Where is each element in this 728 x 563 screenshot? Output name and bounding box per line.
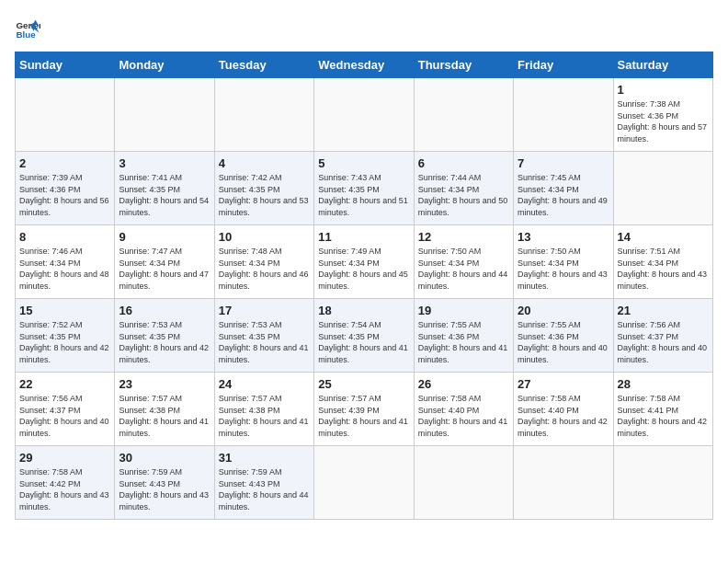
cell-info: Sunrise: 7:59 AMSunset: 4:43 PMDaylight:… <box>219 467 309 511</box>
calendar-cell: 11 Sunrise: 7:49 AMSunset: 4:34 PMDaylig… <box>314 225 414 299</box>
calendar-cell: 12 Sunrise: 7:50 AMSunset: 4:34 PMDaylig… <box>414 225 513 299</box>
logo: General Blue <box>15 15 40 40</box>
header-row: SundayMondayTuesdayWednesdayThursdayFrid… <box>16 52 713 78</box>
cell-info: Sunrise: 7:59 AMSunset: 4:43 PMDaylight:… <box>119 467 209 511</box>
cell-info: Sunrise: 7:58 AMSunset: 4:40 PMDaylight:… <box>518 394 608 438</box>
calendar-row: 22 Sunrise: 7:56 AMSunset: 4:37 PMDaylig… <box>16 373 713 446</box>
calendar-cell: 20 Sunrise: 7:55 AMSunset: 4:36 PMDaylig… <box>514 299 613 373</box>
calendar-row: 15 Sunrise: 7:52 AMSunset: 4:35 PMDaylig… <box>16 299 713 373</box>
calendar-cell: 18 Sunrise: 7:54 AMSunset: 4:35 PMDaylig… <box>314 299 414 373</box>
calendar-row: 8 Sunrise: 7:46 AMSunset: 4:34 PMDayligh… <box>16 225 713 299</box>
cell-info: Sunrise: 7:44 AMSunset: 4:34 PMDaylight:… <box>418 173 508 217</box>
day-number: 8 <box>19 230 110 244</box>
cell-info: Sunrise: 7:57 AMSunset: 4:39 PMDaylight:… <box>318 394 408 438</box>
weekday-header: Friday <box>514 52 613 78</box>
header: General Blue <box>15 15 713 40</box>
cell-info: Sunrise: 7:46 AMSunset: 4:34 PMDaylight:… <box>19 247 109 291</box>
day-number: 24 <box>219 377 310 391</box>
logo-icon: General Blue <box>15 15 40 40</box>
day-number: 3 <box>119 156 210 170</box>
calendar-cell: 7 Sunrise: 7:45 AMSunset: 4:34 PMDayligh… <box>514 152 613 225</box>
empty-cell <box>414 78 513 152</box>
calendar-cell: 27 Sunrise: 7:58 AMSunset: 4:40 PMDaylig… <box>514 373 613 446</box>
day-number: 27 <box>518 377 609 391</box>
calendar-cell: 17 Sunrise: 7:53 AMSunset: 4:35 PMDaylig… <box>214 299 313 373</box>
cell-info: Sunrise: 7:49 AMSunset: 4:34 PMDaylight:… <box>318 247 408 291</box>
calendar-cell: 30 Sunrise: 7:59 AMSunset: 4:43 PMDaylig… <box>115 446 214 520</box>
cell-info: Sunrise: 7:51 AMSunset: 4:34 PMDaylight:… <box>618 247 708 291</box>
calendar-cell: 23 Sunrise: 7:57 AMSunset: 4:38 PMDaylig… <box>115 373 214 446</box>
day-number: 20 <box>518 304 609 317</box>
day-number: 31 <box>219 451 310 465</box>
empty-cell <box>314 446 414 520</box>
weekday-header: Saturday <box>613 52 712 78</box>
cell-info: Sunrise: 7:58 AMSunset: 4:40 PMDaylight:… <box>418 394 508 438</box>
calendar-row: 2 Sunrise: 7:39 AMSunset: 4:36 PMDayligh… <box>16 152 713 225</box>
calendar-row: 29 Sunrise: 7:58 AMSunset: 4:42 PMDaylig… <box>16 446 713 520</box>
cell-info: Sunrise: 7:53 AMSunset: 4:35 PMDaylight:… <box>119 320 209 364</box>
calendar-cell: 28 Sunrise: 7:58 AMSunset: 4:41 PMDaylig… <box>613 373 712 446</box>
cell-info: Sunrise: 7:39 AMSunset: 4:36 PMDaylight:… <box>19 173 109 217</box>
calendar-cell: 21 Sunrise: 7:56 AMSunset: 4:37 PMDaylig… <box>613 299 712 373</box>
day-number: 21 <box>618 304 709 317</box>
cell-info: Sunrise: 7:58 AMSunset: 4:42 PMDaylight:… <box>19 467 109 511</box>
weekday-header: Monday <box>115 52 214 78</box>
weekday-header: Sunday <box>16 52 115 78</box>
day-number: 18 <box>318 304 409 317</box>
day-number: 25 <box>318 377 409 391</box>
calendar-cell: 6 Sunrise: 7:44 AMSunset: 4:34 PMDayligh… <box>414 152 513 225</box>
day-number: 9 <box>119 230 210 244</box>
day-number: 10 <box>219 230 310 244</box>
empty-cell <box>613 152 712 225</box>
calendar-cell: 16 Sunrise: 7:53 AMSunset: 4:35 PMDaylig… <box>115 299 214 373</box>
weekday-header: Wednesday <box>314 52 414 78</box>
calendar-cell: 24 Sunrise: 7:57 AMSunset: 4:38 PMDaylig… <box>214 373 313 446</box>
empty-cell <box>514 78 613 152</box>
day-number: 4 <box>219 156 310 170</box>
cell-info: Sunrise: 7:42 AMSunset: 4:35 PMDaylight:… <box>219 173 309 217</box>
calendar-cell: 13 Sunrise: 7:50 AMSunset: 4:34 PMDaylig… <box>514 225 613 299</box>
cell-info: Sunrise: 7:55 AMSunset: 4:36 PMDaylight:… <box>518 320 608 364</box>
day-number: 17 <box>219 304 310 317</box>
svg-text:Blue: Blue <box>16 29 36 40</box>
day-number: 13 <box>518 230 609 244</box>
day-number: 30 <box>119 451 210 465</box>
day-number: 28 <box>618 377 709 391</box>
calendar-cell: 3 Sunrise: 7:41 AMSunset: 4:35 PMDayligh… <box>115 152 214 225</box>
cell-info: Sunrise: 7:50 AMSunset: 4:34 PMDaylight:… <box>418 247 508 291</box>
calendar-cell: 8 Sunrise: 7:46 AMSunset: 4:34 PMDayligh… <box>16 225 115 299</box>
cell-info: Sunrise: 7:41 AMSunset: 4:35 PMDaylight:… <box>119 173 209 217</box>
cell-info: Sunrise: 7:45 AMSunset: 4:34 PMDaylight:… <box>518 173 608 217</box>
day-number: 29 <box>19 451 110 465</box>
calendar-cell: 4 Sunrise: 7:42 AMSunset: 4:35 PMDayligh… <box>214 152 313 225</box>
empty-cell <box>115 78 214 152</box>
empty-cell <box>214 78 313 152</box>
cell-info: Sunrise: 7:50 AMSunset: 4:34 PMDaylight:… <box>518 247 608 291</box>
cell-info: Sunrise: 7:48 AMSunset: 4:34 PMDaylight:… <box>219 247 309 291</box>
cell-info: Sunrise: 7:53 AMSunset: 4:35 PMDaylight:… <box>219 320 309 364</box>
cell-info: Sunrise: 7:43 AMSunset: 4:35 PMDaylight:… <box>318 173 408 217</box>
cell-info: Sunrise: 7:47 AMSunset: 4:34 PMDaylight:… <box>119 247 209 291</box>
calendar-table: SundayMondayTuesdayWednesdayThursdayFrid… <box>15 52 713 520</box>
calendar-cell: 22 Sunrise: 7:56 AMSunset: 4:37 PMDaylig… <box>16 373 115 446</box>
calendar-cell: 10 Sunrise: 7:48 AMSunset: 4:34 PMDaylig… <box>214 225 313 299</box>
cell-info: Sunrise: 7:57 AMSunset: 4:38 PMDaylight:… <box>219 394 309 438</box>
day-number: 2 <box>19 156 110 170</box>
day-number: 23 <box>119 377 210 391</box>
day-number: 15 <box>19 304 110 317</box>
cell-info: Sunrise: 7:54 AMSunset: 4:35 PMDaylight:… <box>318 320 408 364</box>
calendar-cell: 2 Sunrise: 7:39 AMSunset: 4:36 PMDayligh… <box>16 152 115 225</box>
empty-cell <box>314 78 414 152</box>
calendar-cell: 19 Sunrise: 7:55 AMSunset: 4:36 PMDaylig… <box>414 299 513 373</box>
day-number: 5 <box>318 156 409 170</box>
day-number: 26 <box>418 377 509 391</box>
calendar-cell: 5 Sunrise: 7:43 AMSunset: 4:35 PMDayligh… <box>314 152 414 225</box>
cell-info: Sunrise: 7:56 AMSunset: 4:37 PMDaylight:… <box>19 394 109 438</box>
day-number: 16 <box>119 304 210 317</box>
day-number: 1 <box>618 83 709 97</box>
calendar-cell: 9 Sunrise: 7:47 AMSunset: 4:34 PMDayligh… <box>115 225 214 299</box>
day-number: 11 <box>318 230 409 244</box>
calendar-cell: 1 Sunrise: 7:38 AMSunset: 4:36 PMDayligh… <box>613 78 712 152</box>
calendar-cell: 31 Sunrise: 7:59 AMSunset: 4:43 PMDaylig… <box>214 446 313 520</box>
cell-info: Sunrise: 7:58 AMSunset: 4:41 PMDaylight:… <box>618 394 708 438</box>
